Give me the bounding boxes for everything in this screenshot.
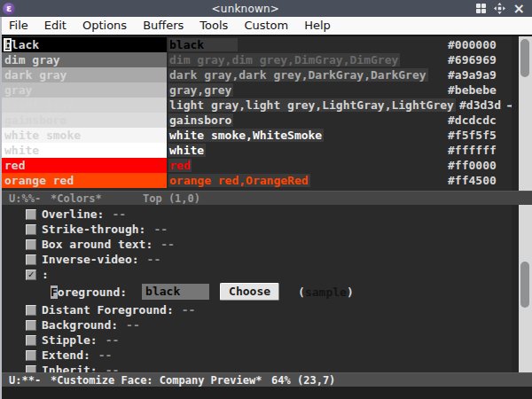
foreground-input[interactable]: black xyxy=(142,284,209,300)
hollow-cursor xyxy=(4,38,12,51)
menu-custom[interactable]: Custom xyxy=(236,18,296,34)
color-row-dim-gray[interactable]: dim gray dim gray,dim grey,DimGray,DimGr… xyxy=(0,52,519,67)
color-hex: #a9a9a9 xyxy=(448,67,497,82)
color-swatch: white smoke xyxy=(2,128,167,143)
color-aliases: dark gray,dark grey,DarkGray,DarkGrey xyxy=(168,67,428,82)
color-hex: #bebebe xyxy=(448,82,497,98)
customize-scrollbar-track[interactable] xyxy=(519,205,532,372)
color-hex: #000000 xyxy=(448,37,497,52)
menu-file[interactable]: File xyxy=(9,18,36,34)
move-window-icon[interactable] xyxy=(494,3,505,14)
emacs-logo-icon: ε xyxy=(3,3,15,15)
attr-row-extend: Extend: -- xyxy=(0,348,519,363)
modeline-buffer-name: *Colors* xyxy=(51,192,102,206)
attr-label: Inherit: xyxy=(42,363,98,372)
foreground-label: Foreground: xyxy=(51,286,127,299)
color-swatch: white xyxy=(2,143,167,158)
modeline-customize[interactable]: U:**- *Customize Face: Company Preview* … xyxy=(0,372,532,387)
modeline-flags: U:**- xyxy=(9,373,41,387)
window-title: <unknown> xyxy=(15,3,476,15)
attr-label: Extend: xyxy=(42,348,90,363)
menu-help[interactable]: Help xyxy=(296,18,339,34)
color-row-gray[interactable]: gray gray,grey #bebebe xyxy=(0,82,519,98)
color-hex: #dcdcdc xyxy=(448,113,497,128)
attr-value: -- xyxy=(182,302,196,317)
window-controls: × xyxy=(476,3,525,14)
menu-buffers[interactable]: Buffers xyxy=(135,18,192,34)
checkbox-unchecked[interactable] xyxy=(26,365,36,373)
sample-text: sample xyxy=(305,286,347,299)
color-row-dark-gray[interactable]: dark gray dark gray,dark grey,DarkGray,D… xyxy=(0,67,519,82)
checkbox-unchecked[interactable] xyxy=(26,350,36,361)
close-icon[interactable]: × xyxy=(513,3,525,14)
attr-value: -- xyxy=(112,207,126,222)
menu-options[interactable]: Options xyxy=(74,18,135,34)
customize-scrollbar-thumb[interactable] xyxy=(520,262,529,308)
color-aliases: white xyxy=(168,143,206,158)
color-swatch: dim gray xyxy=(2,52,167,67)
attr-label: Strike-through: xyxy=(42,222,145,237)
checkbox-unchecked[interactable] xyxy=(26,209,36,220)
attr-value: -- xyxy=(106,332,120,348)
color-aliases: dim gray,dim grey,DimGray,DimGrey xyxy=(168,52,400,67)
attr-label: Stipple: xyxy=(42,332,98,348)
color-row-black[interactable]: black black #000000 xyxy=(0,37,519,52)
modeline-flags: U:%%- xyxy=(9,192,41,206)
colors-scrollbar-thumb[interactable] xyxy=(520,39,529,77)
checkbox-unchecked[interactable] xyxy=(26,335,36,346)
titlebar: ε <unknown> × xyxy=(0,0,532,17)
color-row-red[interactable]: red red #ff0000 xyxy=(0,158,519,173)
choose-button[interactable]: Choose xyxy=(220,283,279,301)
foreground-row: Foreground: black Choose (sample) xyxy=(0,281,519,302)
echo-area xyxy=(0,387,532,399)
menu-edit[interactable]: Edit xyxy=(36,18,74,34)
modeline-position: Top (1,0) xyxy=(143,192,200,206)
color-row-light-gray[interactable]: light gray light gray,light grey,LightGr… xyxy=(0,98,519,113)
attr-row-stipple: Stipple: -- xyxy=(0,332,519,348)
checkbox-checked[interactable]: ✓ xyxy=(26,270,36,280)
attr-label: Background: xyxy=(42,317,118,332)
modeline-percent: 64% xyxy=(271,373,291,387)
colors-scrollbar-track[interactable] xyxy=(519,36,532,191)
modeline-buffer-name: *Customize Face: Company Preview* xyxy=(51,373,262,387)
checkbox-unchecked[interactable] xyxy=(26,254,36,265)
modeline-position: (23,7) xyxy=(297,373,335,387)
attr-value: -- xyxy=(98,348,113,363)
attr-row-box-around-text: Box around text: -- xyxy=(0,237,519,252)
color-row-white[interactable]: white white #ffffff xyxy=(0,143,519,158)
attr-value: -- xyxy=(153,222,168,237)
color-row-white-smoke[interactable]: white smoke white smoke,WhiteSmoke #f5f5… xyxy=(0,128,519,143)
color-aliases: black xyxy=(168,37,238,52)
color-hex: #696969 xyxy=(448,52,497,67)
color-hex: #d3d3d xyxy=(459,98,501,113)
colors-buffer-window: black black #000000 dim gray dim gray,di… xyxy=(0,35,532,191)
attr-row-inherit: Inherit: -- xyxy=(0,363,519,372)
sample-preview: (sample) xyxy=(298,286,354,299)
color-hex: #ff4500 xyxy=(448,173,497,188)
maximize-tile-icon[interactable] xyxy=(476,4,486,13)
attr-row-background: Background: -- xyxy=(0,317,519,332)
color-aliases: orange red,OrangeRed xyxy=(168,173,310,188)
color-swatch: light gray xyxy=(2,98,167,113)
attr-label: Overline: xyxy=(42,207,104,222)
attr-row-strike-through: Strike-through: -- xyxy=(0,222,519,237)
customize-buffer-window: Overline: -- Strike-through: -- Box arou… xyxy=(0,205,532,372)
attr-label: Box around text: xyxy=(42,237,153,252)
attr-row-distant-foreground: Distant Foreground: -- xyxy=(0,302,519,317)
checkbox-unchecked[interactable] xyxy=(26,224,36,235)
color-hex: #ff0000 xyxy=(448,158,497,173)
color-row-orange-red[interactable]: orange red orange red,OrangeRed #ff4500 xyxy=(0,173,519,188)
color-row-gainsboro[interactable]: gainsboro gainsboro #dcdcdc xyxy=(0,113,519,128)
checkbox-unchecked[interactable] xyxy=(26,305,36,316)
attr-value: -- xyxy=(160,237,175,252)
color-swatch: orange red xyxy=(2,173,167,188)
color-hex: #f5f5f5 xyxy=(448,128,497,143)
menu-tools[interactable]: Tools xyxy=(192,18,236,34)
modeline-colors[interactable]: U:%%- *Colors* Top (1,0) xyxy=(0,191,532,205)
attr-row-color-enable: ✓ : xyxy=(0,267,519,282)
checkbox-unchecked[interactable] xyxy=(26,320,36,331)
color-aliases: white smoke,WhiteSmoke xyxy=(168,128,324,143)
color-swatch: black xyxy=(2,37,167,52)
color-aliases: gainsboro xyxy=(168,113,233,128)
checkbox-unchecked[interactable] xyxy=(26,239,36,250)
